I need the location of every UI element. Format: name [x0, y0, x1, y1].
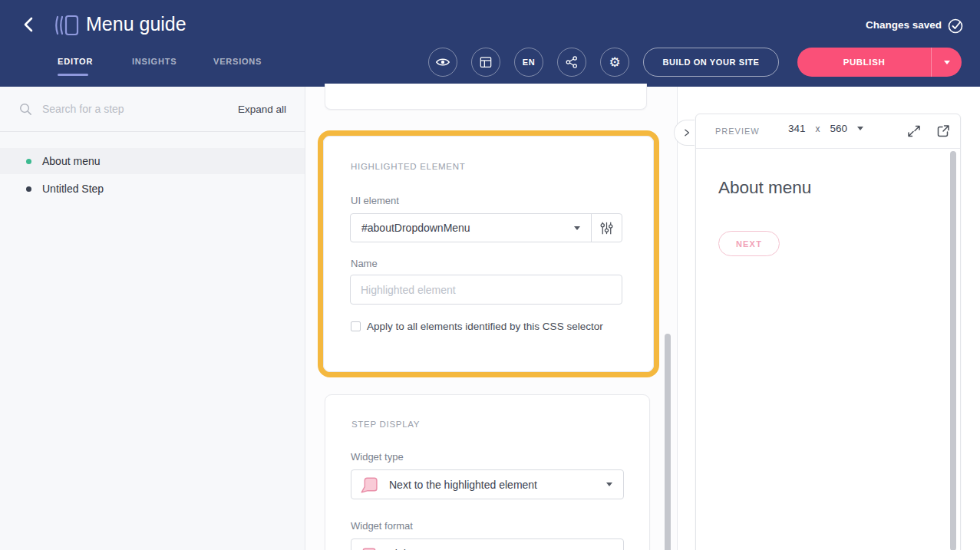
highlighted-element-card: HIGHLIGHTED ELEMENT UI element #aboutDro…	[323, 136, 654, 372]
step-bullet	[26, 159, 31, 164]
open-preview-button[interactable]	[935, 124, 952, 140]
step-display-card: STEP DISPLAY Widget type Next to the hig…	[325, 394, 650, 550]
build-on-your-site-button[interactable]: BUILD ON YOUR SITE	[643, 48, 779, 77]
publish-dropdown-toggle[interactable]	[931, 48, 962, 77]
settings-button[interactable]: ⚙	[600, 48, 629, 77]
chevron-right-icon	[681, 127, 692, 138]
chevron-down-icon	[857, 127, 863, 130]
top-header: Menu guide Changes saved EDITOR INSIGHTS…	[0, 0, 980, 87]
apply-all-checkbox-row[interactable]: Apply to all elements identified by this…	[351, 321, 603, 332]
apply-all-checkbox-label: Apply to all elements identified by this…	[367, 321, 603, 332]
apply-all-checkbox[interactable]	[351, 321, 361, 331]
preview-panel: PREVIEW 341 x 560	[695, 114, 961, 550]
step-label: Untitled Step	[42, 183, 104, 195]
step-search-row: Expand all	[0, 87, 305, 132]
chevron-down-icon	[606, 482, 612, 486]
back-button[interactable]	[18, 15, 40, 36]
name-label: Name	[351, 258, 378, 269]
preview-width-value: 341	[788, 123, 806, 134]
preview-zone: PREVIEW 341 x 560	[677, 87, 980, 550]
gear-icon: ⚙	[609, 56, 620, 69]
check-circle-icon	[947, 17, 965, 38]
widget-type-value: Next to the highlighted element	[389, 479, 606, 491]
tour-type-logo-icon	[54, 14, 80, 40]
tooltip-widget-icon	[359, 475, 378, 494]
preview-eye-button[interactable]	[428, 48, 457, 77]
preview-height-value: 560	[830, 123, 848, 134]
app-window: Menu guide Changes saved EDITOR INSIGHTS…	[0, 0, 980, 550]
widget-format-value: Light	[389, 548, 606, 550]
step-list-item-about-menu[interactable]: About menu	[0, 148, 305, 174]
expand-preview-button[interactable]	[906, 124, 922, 140]
page-title: Menu guide	[86, 13, 186, 35]
collapse-preview-button[interactable]	[674, 120, 695, 146]
name-input[interactable]	[350, 275, 622, 305]
language-button[interactable]: EN	[514, 48, 543, 77]
widget-type-select[interactable]: Next to the highlighted element	[351, 469, 624, 499]
preview-size-select[interactable]: 341 x 560	[788, 123, 863, 134]
expand-icon	[906, 124, 922, 139]
external-link-icon	[935, 124, 951, 139]
steps-sidebar: Expand all About menu Untitled Step	[0, 87, 305, 550]
preview-title: PREVIEW	[715, 127, 760, 136]
ui-element-value: #aboutDropdownMenu	[361, 222, 574, 234]
ui-element-select-group: #aboutDropdownMenu	[350, 213, 622, 242]
format-widget-icon	[359, 544, 378, 550]
active-tab-underline	[58, 74, 88, 76]
tab-versions[interactable]: VERSIONS	[213, 57, 262, 66]
editor-scrollbar[interactable]	[665, 334, 671, 550]
step-bullet	[26, 186, 31, 192]
preview-next-button[interactable]: NEXT	[718, 231, 780, 256]
layout-button[interactable]	[471, 48, 500, 77]
step-list: About menu Untitled Step	[0, 148, 305, 203]
section-title: HIGHLIGHTED ELEMENT	[351, 162, 465, 171]
search-icon	[18, 102, 33, 117]
widget-format-label: Widget format	[351, 520, 413, 532]
size-separator: x	[816, 124, 820, 134]
publish-button-group: PUBLISH	[797, 48, 962, 77]
tab-editor[interactable]: EDITOR	[58, 57, 93, 66]
ui-element-label: UI element	[351, 195, 399, 206]
widget-format-select[interactable]: Light	[351, 538, 624, 550]
preview-step-title: About menu	[718, 178, 811, 198]
sliders-icon	[599, 220, 615, 236]
publish-button[interactable]: PUBLISH	[797, 48, 931, 77]
eye-icon	[434, 54, 451, 71]
tab-insights[interactable]: INSIGHTS	[132, 57, 177, 66]
chevron-down-icon	[574, 226, 580, 230]
ui-element-select[interactable]: #aboutDropdownMenu	[351, 214, 591, 242]
step-search-input[interactable]	[42, 103, 238, 115]
share-icon	[564, 54, 579, 70]
widget-type-label: Widget type	[351, 451, 404, 463]
element-selector-settings-button[interactable]	[591, 214, 622, 242]
step-editor-panel: HIGHLIGHTED ELEMENT UI element #aboutDro…	[305, 87, 677, 550]
chevron-left-icon	[20, 15, 38, 34]
preview-scrollbar[interactable]	[950, 151, 956, 550]
changes-saved-status: Changes saved	[866, 19, 942, 31]
previous-settings-card-partial	[325, 84, 647, 110]
expand-all-link[interactable]: Expand all	[238, 104, 286, 115]
chevron-down-icon	[944, 61, 950, 64]
highlighted-element-card-outline: HIGHLIGHTED ELEMENT UI element #aboutDro…	[318, 130, 659, 377]
share-button[interactable]	[557, 48, 586, 77]
section-title: STEP DISPLAY	[351, 420, 420, 429]
step-label: About menu	[42, 155, 101, 167]
preview-header: PREVIEW 341 x 560	[696, 114, 960, 149]
layout-icon	[478, 54, 493, 70]
step-list-item-untitled-step[interactable]: Untitled Step	[0, 176, 305, 202]
language-badge: EN	[523, 58, 535, 67]
